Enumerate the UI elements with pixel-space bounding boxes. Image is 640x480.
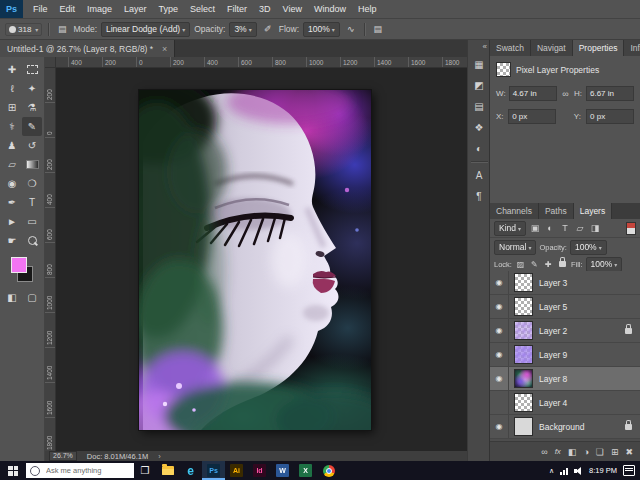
blend-mode-select[interactable]: Linear Dodge (Add) ▾ [101,22,190,37]
character-panel-icon[interactable]: A [471,167,488,183]
tab-layers[interactable]: Layers [574,203,613,219]
task-view-button[interactable]: ❐ [134,461,156,480]
close-icon[interactable]: × [162,44,167,54]
styles-panel-icon[interactable]: ❖ [471,119,488,135]
path-selection-tool[interactable]: ► [2,212,22,231]
menu-3d[interactable]: 3D [253,0,277,18]
taskbar-app-photoshop[interactable]: Ps [202,461,225,480]
pen-tool[interactable]: ✒ [2,193,22,212]
foreground-color-swatch[interactable] [11,257,27,273]
quick-selection-tool[interactable]: ✦ [22,79,42,98]
layer-thumbnail[interactable] [514,321,533,340]
pen-pressure-icon[interactable]: ✐ [261,22,275,36]
filter-kind-select[interactable]: Kind ▾ [494,221,526,236]
network-icon[interactable] [560,467,568,475]
taskbar-app-chrome[interactable] [317,461,340,480]
tab-navigator[interactable]: Navigat [531,40,573,56]
spot-healing-tool[interactable]: ⚕ [2,117,22,136]
history-brush-tool[interactable]: ↺ [22,136,42,155]
menu-help[interactable]: Help [352,0,383,18]
taskbar-app-indesign[interactable]: Id [248,461,271,480]
layer-name[interactable]: Layer 9 [539,350,640,360]
photoshop-logo-icon[interactable]: Ps [0,0,23,18]
brush-preset-picker[interactable]: 318 ▾ [5,23,42,36]
libraries-panel-icon[interactable]: ▤ [471,98,488,114]
menu-window[interactable]: Window [308,0,352,18]
x-field[interactable]: 0 px [508,109,556,124]
layer-thumbnail[interactable] [514,297,533,316]
zoom-tool[interactable] [22,231,42,250]
y-field[interactable]: 0 px [586,109,634,124]
taskbar-search[interactable] [26,463,134,478]
tab-swatches[interactable]: Swatch [490,40,531,56]
lock-pixels-icon[interactable]: ✎ [529,259,540,270]
delete-layer-icon[interactable]: ✖ [625,447,633,457]
swatches-panel-icon[interactable]: ▦ [471,56,488,72]
layer-row[interactable]: Layer 4 [490,391,640,415]
menu-select[interactable]: Select [184,0,221,18]
clone-source-panel-icon[interactable]: ◐ [471,140,488,156]
link-layers-icon[interactable]: ∞ [541,447,547,457]
layer-row[interactable]: ◉ Layer 9 [490,343,640,367]
layer-visibility-toggle[interactable]: ◉ [490,415,509,438]
ruler-corner[interactable] [45,57,56,68]
layer-thumbnail[interactable] [514,417,533,436]
clone-stamp-tool[interactable]: ♟ [2,136,22,155]
volume-icon[interactable] [574,467,583,475]
move-tool[interactable]: ✚ [2,60,22,79]
shape-tool[interactable]: ▭ [22,212,42,231]
lock-transparency-icon[interactable]: ▨ [515,259,526,270]
taskbar-app-edge[interactable]: e [179,461,202,480]
menu-type[interactable]: Type [153,0,185,18]
layer-name[interactable]: Layer 5 [539,302,640,312]
layer-thumbnail[interactable] [514,369,533,388]
new-layer-icon[interactable]: ⊞ [611,447,619,457]
layer-name[interactable]: Layer 3 [539,278,640,288]
lock-position-icon[interactable]: ✚ [543,259,554,270]
layer-visibility-toggle[interactable] [490,391,509,414]
adjustment-layer-icon[interactable]: ◑ [583,447,588,457]
brush-settings-toggle-icon[interactable]: ▤ [55,22,69,36]
lock-all-icon[interactable] [557,259,568,270]
tab-properties[interactable]: Properties [573,40,625,56]
flow-select[interactable]: 100% ▾ [303,22,340,37]
document-tab[interactable]: Untitled-1 @ 26.7% (Layer 8, RGB/8) * × [0,40,175,57]
rectangular-marquee-tool[interactable] [22,60,42,79]
zoom-level-field[interactable]: 26.7% [49,451,77,461]
layer-name[interactable]: Layer 4 [539,398,640,408]
menu-filter[interactable]: Filter [221,0,253,18]
tab-info[interactable]: Info [624,40,640,56]
layer-thumbnail[interactable] [514,393,533,412]
status-menu-arrow[interactable]: › [158,452,161,461]
layer-visibility-toggle[interactable]: ◉ [490,367,509,390]
paragraph-panel-icon[interactable]: ¶ [471,188,488,204]
brush-tool[interactable]: ✎ [22,117,42,136]
horizontal-ruler[interactable]: 400 200 0 200 400 600 800 1000 1200 1400… [56,57,467,68]
screen-mode-button[interactable]: ▢ [22,288,42,307]
width-field[interactable]: 4.67 in [509,86,557,101]
eyedropper-tool[interactable]: ⚗ [22,98,42,117]
layer-blend-mode-select[interactable]: Normal ▾ [494,240,536,255]
filter-shape-icon[interactable]: ▱ [574,222,586,234]
quick-mask-button[interactable]: ◧ [2,288,22,307]
search-input[interactable] [44,465,128,476]
layer-thumbnail[interactable] [514,345,533,364]
link-dimensions-icon[interactable]: ∞ [560,89,571,99]
filter-pixel-icon[interactable]: ▣ [529,222,541,234]
pasteboard[interactable] [56,68,467,451]
tab-channels[interactable]: Channels [490,203,539,219]
menu-image[interactable]: Image [81,0,118,18]
layer-row[interactable]: ◉ Layer 3 [490,271,640,295]
layer-opacity-select[interactable]: 100% ▾ [570,240,607,255]
layer-mask-icon[interactable]: ◧ [568,447,577,457]
crop-tool[interactable]: ⊞ [2,98,22,117]
filter-type-icon[interactable]: T [559,222,571,234]
layer-row-selected[interactable]: ◉ Layer 8 [490,367,640,391]
menu-view[interactable]: View [277,0,308,18]
action-center-icon[interactable] [623,465,635,476]
layer-visibility-toggle[interactable]: ◉ [490,295,509,318]
layer-filter-toggle[interactable] [626,222,636,235]
height-field[interactable]: 6.67 in [586,86,634,101]
adjustments-panel-icon[interactable]: ◩ [471,77,488,93]
tray-expand-icon[interactable]: ∧ [549,467,554,475]
